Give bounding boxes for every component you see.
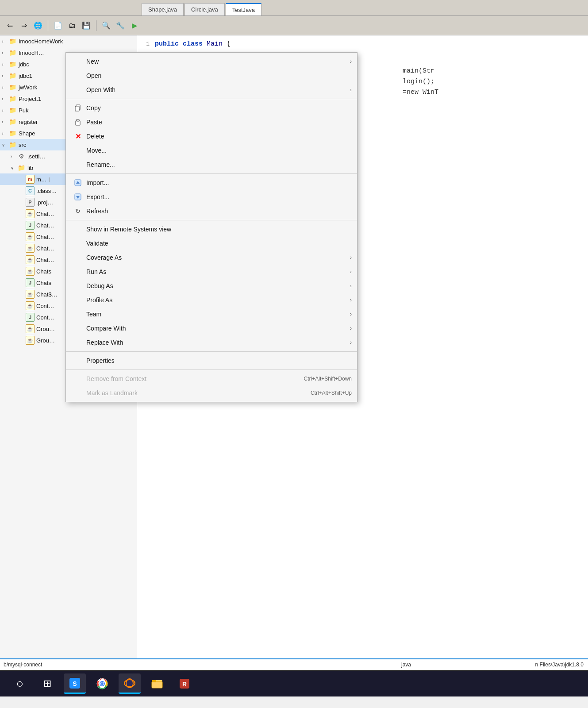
- refresh-icon: ↻: [73, 206, 83, 216]
- menu-label: Export...: [86, 193, 109, 200]
- menu-label: Run As: [86, 268, 106, 275]
- java-icon: ☕: [26, 324, 35, 333]
- taskbar-store-button[interactable]: S: [64, 673, 86, 694]
- search-button[interactable]: 🔍: [100, 19, 112, 32]
- tab-circle-java[interactable]: Circle.java: [184, 3, 225, 15]
- tree-label: Chat…: [36, 222, 54, 229]
- statusbar-java: java: [401, 662, 411, 668]
- menu-item-refresh[interactable]: ↻ Refresh: [66, 204, 357, 218]
- menu-item-new[interactable]: New ›: [66, 54, 357, 69]
- tree-label: Chat…: [36, 245, 54, 252]
- taskbar-windows-button[interactable]: ⊞: [36, 673, 58, 694]
- back-button[interactable]: ⇐: [4, 19, 16, 32]
- tree-label: m…: [36, 176, 47, 183]
- tree-arrow: ›: [2, 62, 8, 67]
- menu-label: Validate: [86, 240, 108, 247]
- menu-item-debug-as[interactable]: Debug As ›: [66, 279, 357, 293]
- open-with-icon: [73, 85, 83, 95]
- tree-label: Chats: [36, 280, 51, 286]
- tree-arrow: ›: [2, 96, 8, 101]
- folder-icon: 📁: [8, 117, 17, 126]
- menu-label: Properties: [86, 357, 115, 364]
- menu-item-open-with[interactable]: Open With ›: [66, 83, 357, 97]
- folder-icon: 📁: [17, 163, 26, 172]
- context-menu: New › Open Open With › Copy Paste: [65, 52, 357, 402]
- run-button[interactable]: ▶: [128, 19, 141, 32]
- menu-item-properties[interactable]: Properties: [66, 354, 357, 368]
- tab-testjava[interactable]: TestJava: [226, 3, 261, 15]
- tree-item-imoochomework[interactable]: › 📁 ImoocHomeWork: [0, 35, 137, 47]
- web-button[interactable]: 🌐: [32, 19, 44, 32]
- taskbar-red-app-button[interactable]: R: [173, 673, 196, 694]
- shortcut-landmark: Ctrl+Alt+Shift+Up: [311, 390, 352, 396]
- java2-icon: J: [26, 221, 35, 230]
- proj-icon: P: [26, 198, 35, 207]
- menu-item-team[interactable]: Team ›: [66, 307, 357, 321]
- profile-icon: [73, 295, 83, 305]
- landmark-icon: [73, 388, 83, 398]
- tree-label: Grou…: [36, 337, 55, 344]
- menu-separator-1: [66, 99, 357, 99]
- java-icon: m: [26, 175, 35, 184]
- tree-label: Puk: [19, 107, 28, 114]
- rename-icon: [73, 160, 83, 169]
- tree-label: .setti…: [27, 153, 45, 160]
- line-number: 1: [137, 39, 155, 50]
- taskbar-eclipse-button[interactable]: [119, 673, 141, 694]
- tree-label: .proj…: [36, 199, 53, 206]
- menu-separator-4: [66, 351, 357, 352]
- tree-label: jwWork: [19, 84, 37, 91]
- folder-icon: 📁: [8, 48, 17, 57]
- code-line-wint: =new WinT: [403, 88, 438, 96]
- folder-icon: 📁: [8, 83, 17, 92]
- tree-label: lib: [27, 165, 33, 171]
- tree-label: Grou…: [36, 326, 55, 332]
- tree-label: Project.1: [19, 96, 41, 102]
- java-icon: ☕: [26, 244, 35, 253]
- settings-button[interactable]: 🔧: [114, 19, 127, 32]
- forward-button[interactable]: ⇒: [18, 19, 30, 32]
- menu-item-delete[interactable]: ✕ Delete: [66, 129, 357, 143]
- menu-item-import[interactable]: Import...: [66, 176, 357, 190]
- menu-item-validate[interactable]: Validate: [66, 236, 357, 250]
- menu-label: Debug As: [86, 282, 113, 289]
- menu-item-compare-with[interactable]: Compare With ›: [66, 321, 357, 335]
- menu-label: Coverage As: [86, 254, 122, 261]
- menu-item-export[interactable]: Export...: [66, 190, 357, 204]
- menu-item-rename[interactable]: Rename...: [66, 158, 357, 172]
- menu-item-replace-with[interactable]: Replace With ›: [66, 335, 357, 350]
- copy-icon: [73, 103, 83, 113]
- menu-item-coverage-as[interactable]: Coverage As ›: [66, 250, 357, 265]
- tree-arrow: ›: [11, 154, 17, 159]
- menu-label: Paste: [86, 119, 102, 126]
- move-icon: [73, 146, 83, 155]
- tree-label: ImoocH…: [19, 50, 44, 56]
- tab-shape-java[interactable]: Shape.java: [142, 3, 184, 15]
- menu-item-copy[interactable]: Copy: [66, 101, 357, 115]
- tree-arrow: ›: [2, 108, 8, 113]
- open-folder-button[interactable]: 🗂: [66, 19, 78, 32]
- taskbar-chrome-button[interactable]: [91, 673, 113, 694]
- settings-icon: ⚙: [17, 152, 26, 161]
- menu-item-move[interactable]: Move...: [66, 143, 357, 158]
- menu-item-paste[interactable]: Paste: [66, 115, 357, 129]
- java-icon: ☕: [26, 209, 35, 218]
- code-line-1: 1 public class Main {: [137, 39, 588, 50]
- folder-icon: 📁: [8, 140, 17, 149]
- paste-icon: [73, 117, 83, 127]
- menu-label: Open With: [86, 86, 115, 93]
- save-button[interactable]: 💾: [80, 19, 92, 32]
- taskbar-search-button[interactable]: ○: [9, 673, 31, 694]
- menu-item-profile-as[interactable]: Profile As ›: [66, 293, 357, 307]
- menu-item-run-as[interactable]: Run As ›: [66, 265, 357, 279]
- new-file-button[interactable]: 📄: [52, 19, 64, 32]
- menu-item-open[interactable]: Open: [66, 69, 357, 83]
- eclipse-statusbar: b/mysql-connect java n Files\Java\jdk1.8…: [0, 658, 588, 670]
- tree-label: Chat…: [36, 234, 54, 240]
- java-icon: ☕: [26, 301, 35, 310]
- tree-label: Chat…: [36, 257, 54, 263]
- taskbar-explorer-button[interactable]: [146, 673, 168, 694]
- folder-icon: 📁: [8, 129, 17, 138]
- menu-separator-2: [66, 173, 357, 174]
- menu-item-show-remote[interactable]: Show in Remote Systems view: [66, 222, 357, 236]
